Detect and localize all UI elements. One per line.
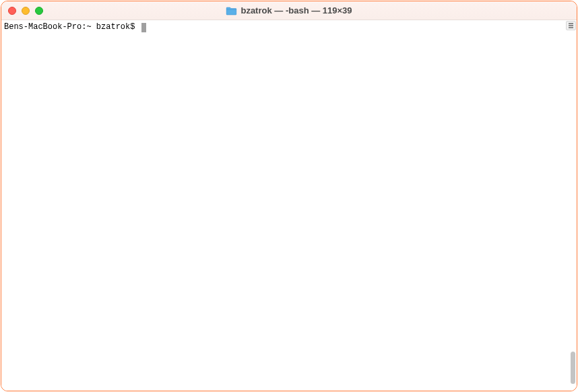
folder-icon — [226, 6, 236, 15]
scroll-indicator-icon[interactable] — [566, 21, 576, 30]
close-button[interactable] — [8, 7, 16, 15]
terminal-content[interactable]: Bens-MacBook-Pro:~ bzatrok$ — [1, 20, 577, 391]
traffic-lights — [1, 7, 43, 15]
window-title: bzatrok — -bash — 119×39 — [240, 5, 352, 15]
terminal-window: bzatrok — -bash — 119×39 Bens-MacBook-Pr… — [1, 1, 577, 391]
zoom-button[interactable] — [35, 7, 43, 15]
window-titlebar[interactable]: bzatrok — -bash — 119×39 — [1, 1, 577, 20]
window-title-container: bzatrok — -bash — 119×39 — [226, 5, 352, 15]
shell-prompt: Bens-MacBook-Pro:~ bzatrok$ — [4, 22, 140, 32]
cursor — [141, 23, 146, 32]
scrollbar-thumb[interactable] — [571, 352, 575, 384]
prompt-line: Bens-MacBook-Pro:~ bzatrok$ — [4, 22, 574, 32]
minimize-button[interactable] — [22, 7, 30, 15]
